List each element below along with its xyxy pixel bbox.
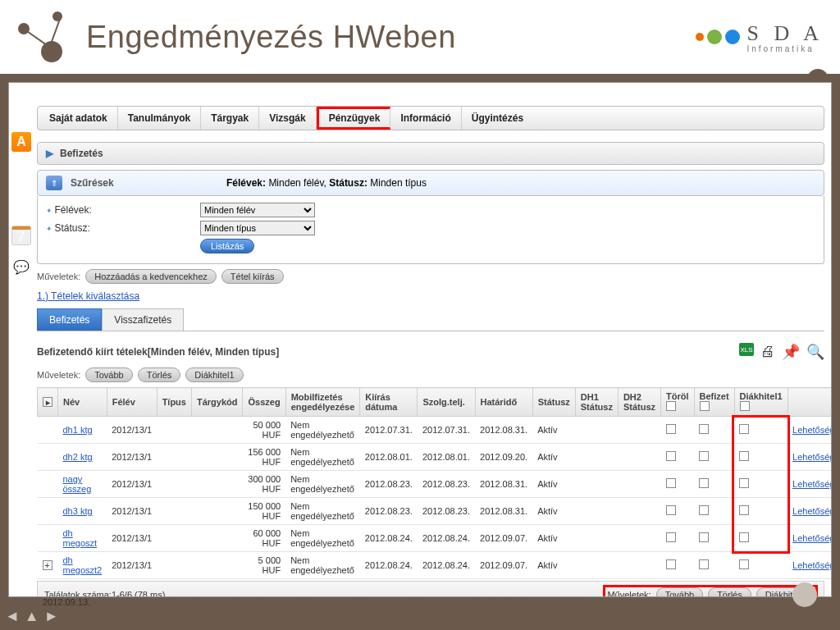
delete-button[interactable]: Törlés (138, 368, 181, 382)
filter-body: Félévek: Minden félév Státusz: Minden tí… (37, 196, 824, 264)
options-link[interactable]: Lehetőségek (792, 479, 832, 489)
main-tab-0[interactable]: Saját adatok (39, 107, 118, 130)
col-diakhitel[interactable]: Diákhitel1 (734, 388, 788, 417)
slide-title: Engedményezés HWeben (86, 20, 456, 55)
pay-checkbox[interactable] (699, 451, 709, 461)
filter-collapse-icon[interactable]: ⇑ (46, 176, 62, 190)
pay-checkbox[interactable] (699, 532, 709, 542)
main-tab-4[interactable]: Pénzügyek (317, 107, 391, 130)
pay-checkbox[interactable] (699, 478, 709, 488)
options-link[interactable]: Lehetőségek (792, 425, 832, 435)
col-dh1[interactable]: DH1 Státusz (575, 388, 618, 417)
table-row: dh2 ktg2012/13/1156 000 HUFNem engedélye… (38, 444, 833, 471)
main-tab-1[interactable]: Tanulmányok (118, 107, 201, 130)
col-leh[interactable] (788, 388, 832, 417)
select-statusz[interactable]: Minden típus (200, 221, 315, 235)
ops1-label: Műveletek: (37, 272, 80, 281)
table-footer: Találatok száma:1-6/6 (78 ms) Műveletek:… (37, 581, 824, 597)
expand-icon[interactable]: + (43, 560, 52, 570)
delete-checkbox[interactable] (666, 424, 676, 434)
delete-checkbox[interactable] (666, 478, 676, 488)
row-name-link[interactable]: nagy összeg (63, 474, 92, 494)
col-befizet[interactable]: Befizet (694, 388, 734, 417)
select-felevek[interactable]: Minden félév (200, 203, 315, 217)
nav-next-icon[interactable]: ► (44, 608, 59, 625)
diakhitel-checkbox[interactable] (739, 532, 749, 542)
row-name-link[interactable]: dh3 ktg (63, 506, 93, 516)
list-button[interactable]: Listázás (200, 239, 254, 253)
main-tab-5[interactable]: Információ (390, 107, 461, 130)
nav-prev-icon[interactable]: ◄ (5, 608, 20, 625)
side-calendar-icon[interactable]: 7 (11, 226, 31, 245)
brand-text: S D A (746, 21, 824, 46)
footer-ops-label: Műveletek: (607, 590, 651, 597)
print-icon[interactable]: 🖨 (760, 343, 775, 361)
options-link[interactable]: Lehetőségek (792, 533, 832, 543)
diakhitel-checkbox[interactable] (739, 478, 749, 488)
side-mail-icon[interactable]: ✉ (11, 163, 31, 183)
sda-logo: S D A Informatika (696, 21, 824, 53)
pay-checkbox[interactable] (699, 424, 709, 434)
side-alert-icon[interactable]: A (11, 132, 31, 152)
footer-delete-button[interactable]: Törlés (708, 587, 751, 597)
diakhitel-checkbox[interactable] (739, 424, 749, 434)
col-hatarido[interactable]: Határidő (475, 388, 532, 417)
col-felev[interactable]: Félév (107, 388, 157, 417)
search-icon[interactable]: 🔍 (806, 343, 824, 361)
add-favorites-button[interactable]: Hozzáadás a kedvencekhez (85, 269, 217, 284)
items-table: ▸NévFélévTípusTárgykódÖsszegMobilfizetés… (37, 387, 832, 579)
next-button[interactable]: Tovább (85, 368, 132, 382)
side-star-icon[interactable]: ★ (11, 194, 31, 214)
filter-sum-l1: Félévek: (226, 177, 266, 189)
table-row: dh megoszt2012/13/160 000 HUFNem engedél… (38, 525, 833, 552)
delete-checkbox[interactable] (666, 532, 676, 542)
delete-checkbox[interactable] (666, 559, 676, 569)
row-name-link[interactable]: dh1 ktg (63, 425, 93, 435)
col-mobil[interactable]: Mobilfizetés engedélyezése (285, 388, 360, 417)
section-header: ▶ Befizetés (37, 142, 824, 165)
options-link[interactable]: Lehetőségek (792, 560, 832, 570)
tab-befizetes[interactable]: Befizetés (37, 308, 102, 331)
tab-visszafizetes[interactable]: Visszafizetés (102, 308, 184, 331)
col-szolg[interactable]: Szolg.telj. (418, 388, 475, 417)
col-statusz[interactable]: Státusz (532, 388, 575, 417)
table-row: nagy összeg2012/13/1300 000 HUFNem enged… (38, 471, 833, 498)
delete-checkbox[interactable] (666, 451, 676, 461)
pay-checkbox[interactable] (699, 505, 709, 515)
date-stamp: 2012.09.13. (43, 597, 90, 607)
footer-next-button[interactable]: Tovább (656, 587, 703, 597)
col-dh2[interactable]: DH2 Státusz (618, 388, 660, 417)
col-osszeg[interactable]: Összeg (243, 388, 285, 417)
delete-checkbox[interactable] (666, 505, 676, 515)
col-kiiras[interactable]: Kiírás dátuma (360, 388, 418, 417)
diakhitel-checkbox[interactable] (739, 559, 749, 569)
row-name-link[interactable]: dh megoszt (63, 528, 98, 548)
deco-circle-bottom (792, 582, 817, 607)
step1-link[interactable]: 1.) Tételek kiválasztása (37, 290, 139, 302)
main-tab-3[interactable]: Vizsgák (259, 107, 316, 130)
export-xls-icon[interactable]: XLS (739, 343, 754, 356)
diakhitel-checkbox[interactable] (739, 505, 749, 515)
options-link[interactable]: Lehetőségek (792, 452, 832, 462)
pay-checkbox[interactable] (699, 559, 709, 569)
diakhitel-checkbox[interactable] (739, 451, 749, 461)
nav-up-icon[interactable]: ▲ (25, 608, 39, 625)
pin-icon[interactable]: 📌 (782, 343, 800, 361)
diakhitel-button[interactable]: Diákhitel1 (185, 368, 243, 382)
col-nev[interactable]: Név (58, 388, 107, 417)
brand-sub: Informatika (746, 44, 824, 53)
row-name-link[interactable]: dh2 ktg (63, 452, 93, 462)
table-row: dh1 ktg2012/13/150 000 HUFNem engedélyez… (38, 417, 833, 444)
tetel-kiiras-button[interactable]: Tétel kiírás (221, 269, 284, 284)
options-link[interactable]: Lehetőségek (792, 506, 832, 516)
label-statusz: Státusz: (46, 222, 194, 234)
side-chat-icon[interactable]: 💬 (11, 257, 31, 276)
row-name-link[interactable]: dh megoszt2 (63, 555, 103, 575)
col-targykod[interactable]: Tárgykód (191, 388, 243, 417)
col-torol[interactable]: Töröl (661, 388, 695, 417)
main-tab-6[interactable]: Ügyintézés (462, 107, 533, 130)
main-tab-2[interactable]: Tárgyak (201, 107, 259, 130)
section-title: Befizetés (60, 148, 103, 159)
col-tipus[interactable]: Típus (157, 388, 191, 417)
col-exp[interactable]: ▸ (38, 388, 58, 417)
